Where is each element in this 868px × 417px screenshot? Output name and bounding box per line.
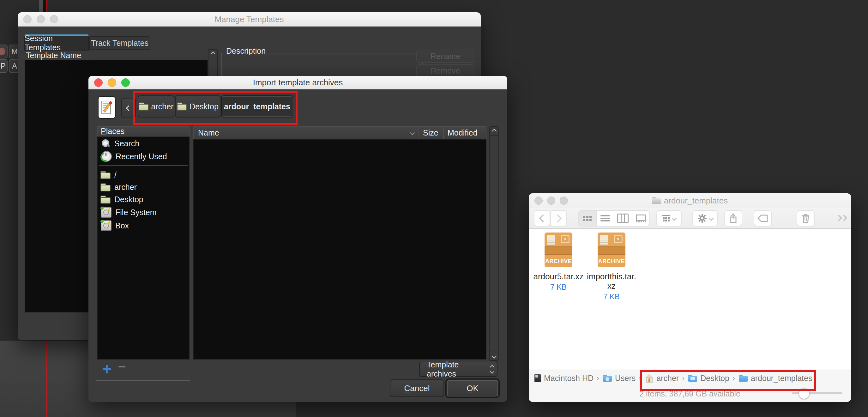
place-label: archer: [114, 183, 137, 192]
scroll-up-icon[interactable]: [209, 50, 217, 58]
automation-label: A: [12, 62, 17, 70]
dropdown-divider: [487, 364, 487, 374]
forward-button[interactable]: [550, 210, 567, 227]
archive-file-icon: ▾ ARCHIVE: [598, 233, 625, 267]
back-button[interactable]: [534, 210, 550, 227]
scroll-up-icon[interactable]: [490, 127, 498, 136]
place-item-desktop[interactable]: Desktop: [98, 193, 189, 206]
users-folder-icon: [603, 375, 612, 382]
hdd-icon: [534, 374, 541, 382]
place-label: /: [114, 170, 117, 179]
place-label: Box: [115, 221, 129, 230]
column-header-name[interactable]: Name: [193, 126, 419, 139]
pencil-paper-icon: [101, 100, 113, 114]
add-place-button[interactable]: +: [100, 362, 113, 376]
polarity-label: P: [1, 62, 6, 70]
icon-size-slider[interactable]: [792, 392, 842, 394]
ok-button[interactable]: OK: [446, 379, 499, 397]
chevrons-right-icon: [841, 215, 847, 221]
trash-button[interactable]: [797, 210, 815, 227]
view-gallery-button[interactable]: [632, 211, 650, 226]
annotation-breadcrumb-highlight: [133, 91, 298, 125]
places-header[interactable]: Places: [97, 126, 189, 137]
folder-icon: [100, 183, 111, 191]
cancel-label: Cancel: [404, 384, 430, 393]
remove-button[interactable]: Remove: [416, 64, 474, 78]
tab-track-templates[interactable]: Track Templates: [89, 36, 150, 50]
archive-file-icon: ▾ ARCHIVE: [545, 233, 572, 267]
playhead-line-bottom[interactable]: [46, 340, 48, 417]
filter-dropdown[interactable]: Template archives: [419, 362, 497, 377]
description-label: Description: [224, 47, 268, 56]
shipping-label-icon: [600, 235, 608, 245]
place-label: File System: [115, 208, 157, 217]
place-item-recently-used[interactable]: Recently Used: [98, 150, 189, 163]
remove-place-button[interactable]: −: [116, 359, 128, 374]
group-icon: [662, 215, 670, 221]
polarity-button[interactable]: P: [0, 59, 7, 73]
trash-icon: [802, 213, 810, 223]
chevron-left-icon: [539, 214, 547, 222]
finder-titlebar[interactable]: ardour_templates: [529, 193, 851, 208]
place-label: Recently Used: [116, 152, 167, 161]
view-icons-button[interactable]: [579, 211, 597, 226]
finder-window: ardour_templates: [529, 193, 851, 402]
window-title: Manage Templates: [18, 14, 481, 24]
path-label: Macintosh HD: [544, 374, 593, 383]
tab-session-templates[interactable]: Session Templates: [24, 34, 89, 51]
record-enable-button[interactable]: [0, 44, 7, 58]
folder-icon: [100, 196, 111, 204]
place-item-search[interactable]: Search: [98, 137, 189, 150]
view-list-button[interactable]: [597, 211, 615, 226]
recent-icon: [101, 151, 112, 162]
desktop: M P A Manage Templates Session Templates…: [0, 0, 868, 417]
record-dot-icon: [0, 48, 5, 55]
column-header-modified[interactable]: Modified: [443, 126, 487, 139]
place-item-box[interactable]: Box: [98, 219, 189, 232]
playhead-line-top: [46, 0, 48, 12]
group-by-button[interactable]: [656, 210, 682, 227]
finder-file-area[interactable]: ▾ ARCHIVE ardour5.tar.xz 7 KB ▾ ARCHIVE …: [529, 229, 851, 369]
import-template-archives-dialog: Import template archives archer Deskto: [88, 76, 507, 402]
file-list-header: Name Size Modified: [193, 126, 487, 139]
column-label: Size: [423, 128, 438, 138]
action-menu-button[interactable]: [692, 210, 718, 227]
place-item-archer[interactable]: archer: [98, 181, 189, 193]
shipping-label-icon: [547, 235, 555, 245]
filter-value: Template archives: [427, 360, 487, 379]
mute-label: M: [11, 47, 18, 56]
path-item-users[interactable]: Users ›: [603, 374, 641, 383]
share-icon: [729, 213, 737, 224]
type-filename-button[interactable]: [98, 96, 116, 119]
drive-icon: [101, 207, 112, 218]
template-name-header: Template Name: [26, 51, 81, 60]
manage-templates-titlebar[interactable]: Manage Templates: [18, 12, 481, 27]
share-button[interactable]: [724, 210, 742, 227]
file-list-scrollbar[interactable]: [489, 126, 499, 361]
file-list[interactable]: [193, 139, 487, 359]
view-columns-button[interactable]: [614, 211, 632, 226]
view-segmented-control: [578, 210, 650, 227]
cancel-button[interactable]: Cancel: [390, 379, 444, 397]
remove-label: Remove: [431, 66, 460, 76]
rename-button[interactable]: Rename: [416, 50, 474, 63]
column-header-size[interactable]: Size: [419, 126, 443, 139]
download-badge-icon: ▾: [614, 235, 623, 243]
place-item-file-system[interactable]: File System: [98, 206, 189, 219]
column-label: Name: [198, 128, 219, 138]
ruler-gap: [43, 0, 46, 12]
tag-button[interactable]: [754, 210, 772, 227]
finder-toolbar: [529, 208, 851, 229]
toolbar-overflow-button[interactable]: [836, 212, 847, 224]
place-item-root[interactable]: /: [98, 169, 189, 181]
tab-label: Session Templates: [25, 34, 88, 52]
column-label: Modified: [447, 128, 477, 138]
chevron-down-icon: [672, 216, 677, 221]
drive-icon: [101, 220, 112, 231]
list-view-icon: [600, 214, 610, 223]
places-list[interactable]: Search Recently Used / archer Desktop: [97, 137, 189, 359]
places-separator: [99, 166, 188, 166]
import-dialog-titlebar[interactable]: Import template archives: [88, 76, 507, 89]
path-item-macintosh-hd[interactable]: Macintosh HD ›: [534, 374, 599, 383]
scroll-down-icon[interactable]: [490, 352, 498, 360]
